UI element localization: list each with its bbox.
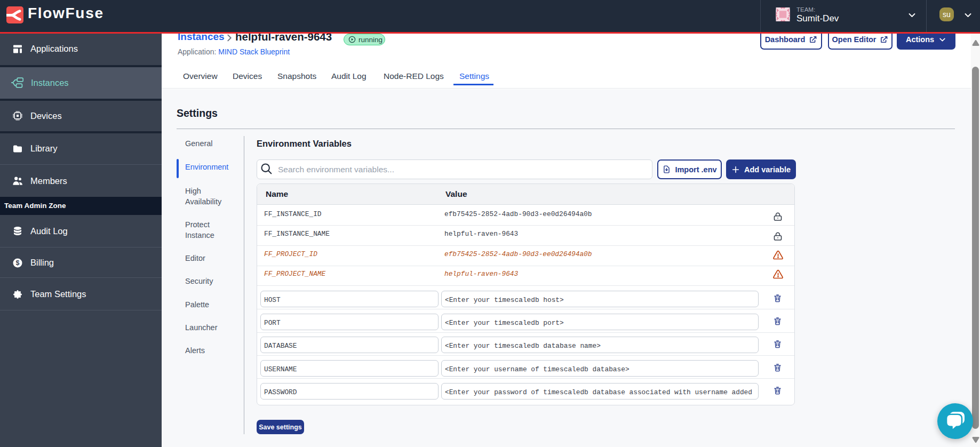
svg-text:$: $ bbox=[16, 259, 20, 267]
